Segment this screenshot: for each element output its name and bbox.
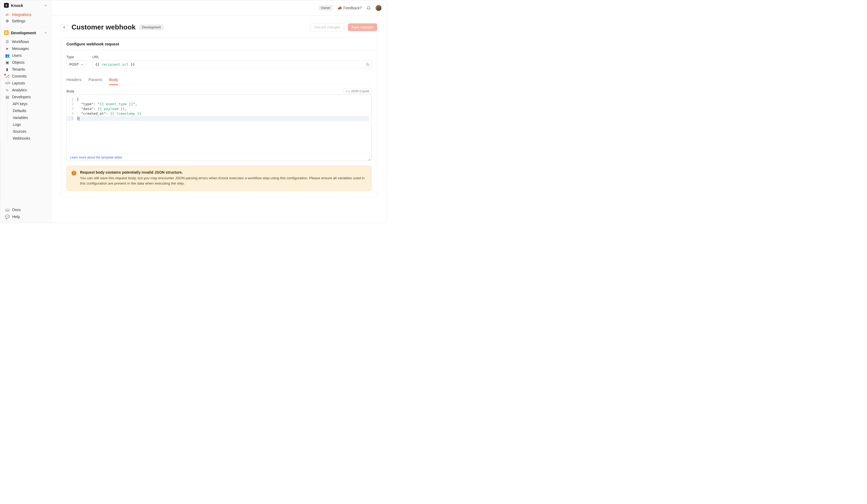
nav-analytics[interactable]: ∿Analytics — [2, 87, 49, 94]
env-tag: Development — [139, 24, 163, 30]
send-icon: ➤ — [5, 46, 9, 51]
tab-params[interactable]: Params — [88, 75, 102, 85]
language-pill[interactable]: < > JSON (Liquid) — [343, 89, 372, 94]
workspace-switcher[interactable]: k Knock — [0, 0, 51, 10]
copy-icon[interactable] — [366, 63, 370, 66]
branch-icon: ⎇ — [5, 74, 9, 78]
pending-dot — [4, 74, 6, 76]
tab-body[interactable]: Body — [109, 75, 118, 85]
chat-icon: 💬 — [5, 215, 10, 219]
chevron-down-icon — [44, 4, 47, 7]
config-panel: Configure webhook request Type POST URL — [61, 38, 377, 197]
logo-mark: k — [4, 3, 9, 8]
topbar: Owner 📣 Feedback? — [51, 0, 387, 16]
cursor — [79, 117, 79, 121]
url-input[interactable]: {{ recipient.url }} — [92, 61, 372, 68]
nav-label: Integrations — [12, 12, 31, 17]
url-label: URL — [92, 55, 372, 59]
nav-defaults[interactable]: Defaults — [8, 107, 49, 114]
nav-objects[interactable]: ▣Objects — [2, 59, 49, 66]
environment-switcher[interactable]: D Development — [0, 27, 51, 38]
back-button[interactable] — [61, 24, 68, 31]
method-select[interactable]: POST — [66, 61, 86, 68]
env-name: Development — [11, 31, 42, 35]
gear-icon: ⚙ — [5, 19, 9, 23]
warning-alert: ! Request body contains potentially inva… — [66, 166, 372, 191]
nav-docs[interactable]: 📖Docs — [2, 206, 49, 213]
stack-icon: ☰ — [5, 40, 9, 44]
svg-rect-0 — [367, 64, 369, 66]
alert-title: Request body contains potentially invali… — [80, 170, 366, 174]
nav-messages[interactable]: ➤Messages — [2, 45, 49, 52]
nav-apikeys[interactable]: API keys — [8, 100, 49, 107]
body-editor[interactable]: 12345 { "type": "{{ event_type }}", "dat… — [66, 95, 372, 161]
nav-logs[interactable]: Logs — [8, 121, 49, 128]
discard-button[interactable]: Discard changes — [310, 23, 344, 31]
notifications-button[interactable] — [366, 6, 371, 10]
page-header: Customer webhook Development Discard cha… — [51, 16, 387, 36]
tenants-icon: ▮ — [5, 67, 9, 72]
nav-settings[interactable]: ⚙ Settings — [2, 18, 49, 24]
code-area[interactable]: { "type": "{{ event_type }}", "data": {{… — [76, 95, 371, 153]
panel-title: Configure webhook request — [61, 38, 377, 50]
chevron-down-icon — [81, 63, 84, 66]
megaphone-icon: 📣 — [337, 6, 342, 10]
chevron-down-icon — [44, 31, 47, 34]
env-badge: D — [4, 30, 9, 35]
line-gutter: 12345 — [67, 95, 76, 153]
terminal-icon: ▤ — [5, 95, 9, 99]
code-icon: </> — [5, 81, 9, 85]
analytics-icon: ∿ — [5, 88, 9, 92]
warning-icon: ! — [72, 171, 76, 176]
learn-more-link[interactable]: Learn more about the template editor — [70, 156, 122, 159]
book-icon: 📖 — [5, 208, 10, 212]
save-button[interactable]: Save changes — [348, 23, 377, 31]
nav-workflows[interactable]: ☰Workflows — [2, 38, 49, 45]
objects-icon: ▣ — [5, 60, 9, 65]
nav-layouts[interactable]: </>Layouts — [2, 80, 49, 87]
type-label: Type — [66, 55, 86, 59]
brand-name: Knock — [11, 3, 42, 8]
nav-sources[interactable]: Sources — [8, 128, 49, 135]
alert-body: You can still save this request body, bu… — [80, 176, 366, 186]
nav-users[interactable]: 👥Users — [2, 52, 49, 59]
tabs: Headers Params Body — [66, 75, 372, 85]
nav-help[interactable]: 💬Help — [2, 213, 49, 220]
feedback-link[interactable]: 📣 Feedback? — [337, 6, 362, 10]
body-label: Body — [66, 89, 74, 93]
user-avatar[interactable] — [376, 5, 382, 11]
tab-headers[interactable]: Headers — [66, 75, 82, 85]
nav-variables[interactable]: Variables — [8, 114, 49, 121]
nav-webhooks[interactable]: Webhooks — [8, 135, 49, 142]
integrations-icon: ⇄ — [5, 12, 9, 17]
code-icon: < > — [345, 89, 350, 93]
nav-developers[interactable]: ▤Developers — [2, 94, 49, 100]
role-badge: Owner — [319, 5, 332, 11]
users-icon: 👥 — [5, 53, 9, 58]
nav-integrations[interactable]: ⇄ Integrations — [2, 11, 49, 18]
sidebar: k Knock ⇄ Integrations ⚙ Settings D Deve… — [0, 0, 51, 223]
nav-label: Settings — [12, 19, 25, 23]
page-title: Customer webhook — [72, 23, 136, 31]
nav-tenants[interactable]: ▮Tenants — [2, 66, 49, 73]
nav-commits[interactable]: ⎇Commits — [2, 73, 49, 80]
